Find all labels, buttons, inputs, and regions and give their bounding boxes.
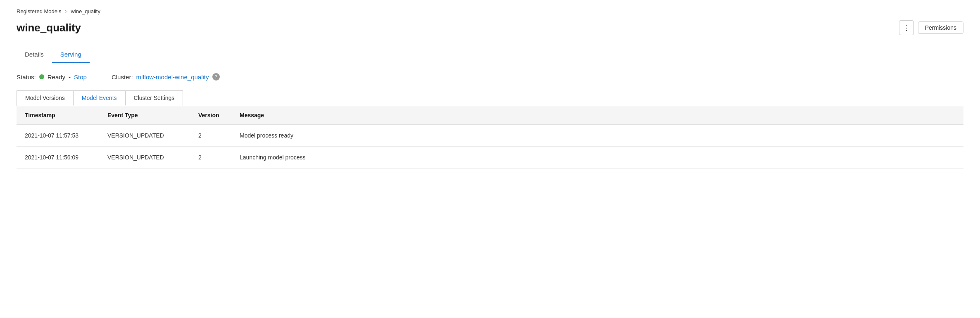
cell-version-0: 2 xyxy=(190,125,231,147)
col-header-timestamp: Timestamp xyxy=(17,106,99,125)
page-title: wine_quality xyxy=(17,21,81,34)
tab-details[interactable]: Details xyxy=(17,47,52,63)
events-table: Timestamp Event Type Version Message 202… xyxy=(17,106,963,168)
breadcrumb-parent-link[interactable]: Registered Models xyxy=(17,8,61,14)
breadcrumb: Registered Models > wine_quality xyxy=(17,8,963,14)
sub-tab-model-events[interactable]: Model Events xyxy=(73,90,126,106)
cluster-label: Cluster: xyxy=(112,74,133,81)
status-row: Status: Ready - Stop Cluster: mlflow-mod… xyxy=(17,73,963,81)
cluster-group: Cluster: mlflow-model-wine_quality ? xyxy=(112,73,220,81)
header-actions: ⋮ Permissions xyxy=(899,20,963,35)
cell-version-1: 2 xyxy=(190,147,231,168)
header-row: wine_quality ⋮ Permissions xyxy=(17,20,963,35)
cell-event-type-0: VERSION_UPDATED xyxy=(99,125,190,147)
status-dash: - xyxy=(69,74,71,81)
cluster-link[interactable]: mlflow-model-wine_quality xyxy=(136,74,209,81)
table-row: 2021-10-07 11:57:53 VERSION_UPDATED 2 Mo… xyxy=(17,125,963,147)
status-label: Status: xyxy=(17,74,36,81)
menu-button[interactable]: ⋮ xyxy=(899,20,914,35)
tab-serving[interactable]: Serving xyxy=(52,47,90,63)
col-header-event-type: Event Type xyxy=(99,106,190,125)
cell-timestamp-1: 2021-10-07 11:56:09 xyxy=(17,147,99,168)
table-row: 2021-10-07 11:56:09 VERSION_UPDATED 2 La… xyxy=(17,147,963,168)
status-group: Status: Ready - Stop xyxy=(17,74,87,81)
sub-tab-model-versions[interactable]: Model Versions xyxy=(17,90,74,106)
cell-message-1: Launching model process xyxy=(231,147,963,168)
stop-link[interactable]: Stop xyxy=(74,74,87,81)
breadcrumb-current: wine_quality xyxy=(71,8,100,14)
status-dot-green xyxy=(39,74,44,79)
main-tabs-bar: Details Serving xyxy=(17,47,963,63)
status-text: Ready xyxy=(48,74,65,81)
col-header-version: Version xyxy=(190,106,231,125)
page-container: Registered Models > wine_quality wine_qu… xyxy=(0,0,980,177)
breadcrumb-separator: > xyxy=(64,9,67,14)
permissions-button[interactable]: Permissions xyxy=(918,21,963,34)
col-header-message: Message xyxy=(231,106,963,125)
sub-tab-cluster-settings[interactable]: Cluster Settings xyxy=(125,90,183,106)
cell-message-0: Model process ready xyxy=(231,125,963,147)
cell-timestamp-0: 2021-10-07 11:57:53 xyxy=(17,125,99,147)
sub-tabs-bar: Model Versions Model Events Cluster Sett… xyxy=(17,90,963,106)
help-icon[interactable]: ? xyxy=(212,73,220,81)
table-header-row: Timestamp Event Type Version Message xyxy=(17,106,963,125)
cell-event-type-1: VERSION_UPDATED xyxy=(99,147,190,168)
